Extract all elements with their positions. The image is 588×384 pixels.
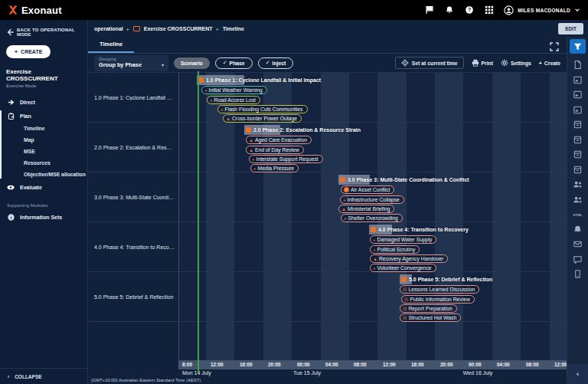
phase-bar[interactable]: 4.0 Phase 4: Transition to Recovery xyxy=(371,225,469,234)
inject-pill[interactable]: ▲End of Day Review xyxy=(246,146,304,154)
chip-inject[interactable]: ✓ Inject xyxy=(258,57,294,69)
axis-tick-label: 12:00 xyxy=(211,362,224,367)
sidebar-item-resources[interactable]: Resources xyxy=(0,157,87,169)
inject-label: End of Day Review xyxy=(255,147,299,153)
plus-icon: + xyxy=(539,61,542,66)
inject-pill[interactable]: +Volunteer Convergence xyxy=(370,264,436,272)
inject-label: Structured Hot Wash xyxy=(408,315,456,320)
user-menu[interactable]: MILES MACDONALD xyxy=(504,5,580,15)
inject-pill[interactable]: +Media Pressure xyxy=(250,164,299,172)
grouping-select[interactable]: Grouping Group by Phase ▾ xyxy=(94,55,168,71)
inject-label: Media Pressure xyxy=(258,166,295,171)
inject-pill[interactable]: ✓Air Asset Conflict xyxy=(341,185,394,194)
sidebar-item-direct[interactable]: Direct xyxy=(0,95,87,109)
archive-icon[interactable] xyxy=(572,165,584,175)
settings-button[interactable]: Settings xyxy=(501,59,531,67)
inject-pill[interactable]: ▲Cross-border Power Outage xyxy=(223,114,302,123)
create-inject-button[interactable]: + Create xyxy=(539,61,560,66)
inject-pill[interactable]: +Political Scrutiny xyxy=(370,245,420,254)
exonaut-logo[interactable]: Exonaut xyxy=(8,5,62,16)
filter-icon[interactable] xyxy=(570,39,586,54)
sidebar-collapse-button[interactable]: ‹ COLLAPSE xyxy=(0,368,87,384)
card-icon[interactable] xyxy=(572,90,584,100)
inject-pill[interactable]: +Shelter Overcrowding xyxy=(341,214,403,222)
card-icon[interactable] xyxy=(572,105,584,115)
svg-text:HTML: HTML xyxy=(573,213,583,217)
person-plus-icon: + xyxy=(344,216,347,221)
sidebar-item-information-sets[interactable]: i Information Sets xyxy=(0,210,87,224)
tab-timeline[interactable]: Timeline xyxy=(88,37,134,53)
device-icon[interactable] xyxy=(572,269,584,279)
inject-pill[interactable]: ☒Structured Hot Wash xyxy=(400,313,461,322)
day-label: Mon 14 July xyxy=(182,370,211,376)
card-icon[interactable] xyxy=(572,75,584,85)
inject-pill[interactable]: ▲Recovery Agency Handover xyxy=(370,254,448,263)
chevron-left-icon: ‹ xyxy=(577,370,579,378)
inject-pill[interactable]: +Initial Weather Warning xyxy=(201,86,267,94)
inject-label: Public Information Review xyxy=(410,297,470,302)
logo-text: Exonaut xyxy=(21,5,62,16)
inject-pill[interactable]: +Flash Flooding Cuts Communities xyxy=(217,105,308,113)
breadcrumb-operational[interactable]: operational xyxy=(94,26,123,31)
left-sidebar: BACK TO OPERATIONAL MODE + CREATE Exerci… xyxy=(0,20,88,384)
inject-pill[interactable]: ▲Ministerial Briefing xyxy=(338,205,394,213)
bell-icon[interactable] xyxy=(572,225,584,235)
chip-scenario[interactable]: Scenario xyxy=(174,57,210,69)
inject-pill[interactable]: ☒Lessons Learned Discussion xyxy=(400,285,479,294)
axis-tick-label: 12:00 xyxy=(383,362,396,367)
inject-pill[interactable]: ▲Aged Care Evacuation xyxy=(246,136,312,144)
mail-icon[interactable] xyxy=(572,239,584,249)
phase-bar[interactable]: 1.0 Phase 1: Cyclone Landfall & Initial … xyxy=(198,76,321,84)
inject-pill[interactable]: +Road Access Lost xyxy=(207,96,260,104)
axis-tick-label: 20:00 xyxy=(268,362,281,367)
fullscreen-icon[interactable] xyxy=(550,41,559,50)
inject-label: Ministerial Briefing xyxy=(348,206,390,212)
help-icon[interactable]: ? xyxy=(464,5,474,15)
users-icon[interactable] xyxy=(572,195,584,205)
sidebar-item-objective-mse-allocation[interactable]: Objective/MSE allocation xyxy=(0,169,87,180)
breadcrumb-timeline[interactable]: Timeline xyxy=(223,26,244,31)
phase-bar[interactable]: 3.0 Phase 3: Multi-State Coordination & … xyxy=(340,176,469,184)
back-to-operational-mode[interactable]: BACK TO OPERATIONAL MODE xyxy=(0,20,87,37)
chat-icon[interactable] xyxy=(572,254,584,264)
supporting-modules-label: Supporting Modules xyxy=(0,194,87,210)
print-button[interactable]: Print xyxy=(472,59,493,67)
sidebar-item-map[interactable]: Map xyxy=(0,134,87,146)
exercise-name: Exercise CROSSCURRENT xyxy=(0,58,87,82)
document-icon[interactable] xyxy=(572,60,584,70)
apps-grid-icon[interactable] xyxy=(484,5,494,15)
archive-icon[interactable] xyxy=(572,120,584,130)
html-icon[interactable]: HTML xyxy=(572,209,584,219)
phase-bar-label: 4.0 Phase 4: Transition to Recovery xyxy=(378,227,469,232)
inject-pill[interactable]: ☒Public Information Review xyxy=(401,295,475,304)
inject-label: Interstate Support Request xyxy=(256,156,318,162)
users-icon[interactable] xyxy=(572,179,584,189)
breadcrumb-exercise[interactable]: Exercise CROSSCURRENT xyxy=(144,26,213,31)
set-at-current-time-button[interactable]: Set at current time xyxy=(395,57,464,69)
archive-icon[interactable] xyxy=(572,149,584,159)
rail-collapse-button[interactable]: ‹ xyxy=(567,364,588,384)
gantt-plot-area[interactable]: 1.0 Phase 1: Cyclone Landfall & Initial … xyxy=(178,73,567,360)
sidebar-item-mse[interactable]: MSE xyxy=(0,146,87,157)
axis-tick-label: 12:00 xyxy=(554,362,567,367)
sidebar-item-evaluate[interactable]: Evaluate xyxy=(0,180,87,194)
inject-pill[interactable]: +Infrastructure Collapse xyxy=(340,195,404,204)
edit-button[interactable]: EDIT xyxy=(558,23,583,34)
warning-icon: ▲ xyxy=(249,148,253,153)
sidebar-item-plan[interactable]: Plan xyxy=(0,109,87,123)
inject-pill[interactable]: +Interstate Support Request xyxy=(249,155,323,163)
sidebar-item-timeline[interactable]: Timeline xyxy=(0,123,87,134)
day-label: Wed 16 July xyxy=(463,370,492,376)
create-button[interactable]: + CREATE xyxy=(6,45,51,58)
chip-phase[interactable]: ✓ Phase xyxy=(215,57,253,69)
notifications-bell-icon[interactable] xyxy=(444,5,454,15)
phase-row-label: 2.0 Phase 2: Escalation & Resource Strai… xyxy=(88,123,178,172)
inject-pill[interactable]: +Damaged Water Supply xyxy=(370,235,436,244)
archive-icon[interactable] xyxy=(572,135,584,145)
feedback-flag-icon[interactable] xyxy=(424,5,434,15)
phase-bar-label: 3.0 Phase 3: Multi-State Coordination & … xyxy=(348,177,469,182)
phase-bar[interactable]: 5.0 Phase 5: Debrief & Reflection xyxy=(401,275,492,284)
phase-bar[interactable]: 2.0 Phase 2: Escalation & Resource Strai… xyxy=(246,126,361,134)
day-labels-row: Mon 14 JulyTue 15 JulyWed 16 July xyxy=(178,369,567,379)
inject-pill[interactable]: ☒Report Preparation xyxy=(400,304,457,313)
